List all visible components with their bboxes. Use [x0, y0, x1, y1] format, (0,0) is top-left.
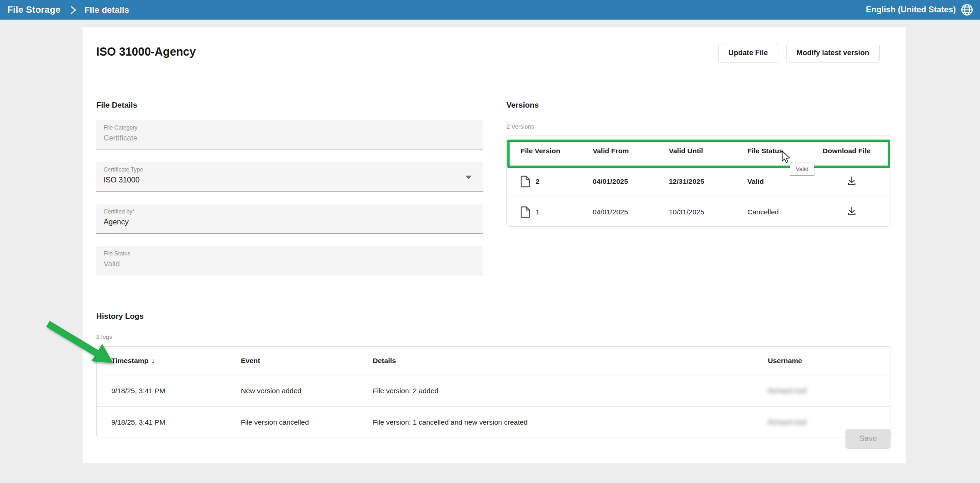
- sort-desc-icon[interactable]: ↓: [151, 357, 155, 364]
- certified-by-label: Certified by*: [104, 208, 475, 215]
- language-label: English (United States): [866, 5, 956, 15]
- modify-latest-version-button[interactable]: Modify latest version: [786, 43, 880, 63]
- file-details-heading: File Details: [96, 101, 137, 110]
- col-download-file: Download File: [823, 147, 891, 155]
- file-status-value: Valid: [104, 260, 475, 268]
- history-logs-heading: History Logs: [96, 312, 144, 321]
- file-status-value: Valid: [747, 177, 823, 186]
- col-file-status: File Status: [747, 147, 823, 155]
- certificate-type-select[interactable]: Certificate Type ISO 31000: [96, 162, 483, 192]
- file-icon: [521, 206, 530, 218]
- breadcrumb-file-details: File details: [84, 5, 129, 15]
- log-details: File version: 1 cancelled and new versio…: [373, 418, 768, 426]
- file-status-value: Cancelled: [747, 208, 823, 216]
- versions-table: File Version Valid From Valid Until File…: [506, 135, 891, 227]
- certificate-type-value: ISO 31000: [104, 176, 475, 184]
- version-row-2[interactable]: 2 04/01/2025 12/31/2025 Valid: [507, 166, 891, 197]
- file-status-label: File Status: [104, 250, 475, 257]
- file-icon: [521, 176, 530, 187]
- col-timestamp[interactable]: Timestamp↓: [111, 357, 241, 365]
- col-details: Details: [373, 357, 768, 365]
- download-file-button[interactable]: [844, 204, 859, 220]
- col-username: Username: [768, 357, 891, 365]
- certified-by-value: Agency: [104, 218, 475, 226]
- versions-heading: Versions: [506, 101, 539, 110]
- globe-icon[interactable]: [960, 3, 974, 16]
- breadcrumb-file-storage[interactable]: File Storage: [7, 5, 61, 15]
- certified-by-input[interactable]: Certified by* Agency: [96, 204, 483, 234]
- save-button[interactable]: Save: [845, 429, 891, 449]
- file-category-value: Certificate: [104, 134, 475, 142]
- log-event: New version added: [241, 387, 373, 395]
- valid-until-value: 10/31/2025: [669, 208, 747, 216]
- breadcrumb-chevron-icon: [71, 6, 76, 14]
- file-details-card: ISO 31000-Agency Update File Modify late…: [83, 27, 906, 463]
- certificate-type-label: Certificate Type: [104, 166, 475, 173]
- valid-from-value: 04/01/2025: [593, 177, 669, 186]
- col-event: Event: [241, 357, 373, 365]
- language-selector[interactable]: English (United States): [866, 0, 974, 20]
- file-status-field: File Status Valid: [96, 246, 483, 276]
- history-logs-count: 2 logs: [96, 333, 112, 340]
- version-number: 1: [536, 208, 540, 216]
- version-row-1[interactable]: 1 04/01/2025 10/31/2025 Cancelled: [507, 197, 891, 227]
- log-timestamp: 9/18/25, 3:41 PM: [111, 387, 241, 395]
- log-details: File version: 2 added: [373, 387, 768, 395]
- valid-until-value: 12/31/2025: [669, 177, 747, 186]
- page-title: ISO 31000-Agency: [96, 45, 196, 58]
- log-username-redacted: Richard Hull: [768, 418, 891, 426]
- col-valid-until: Valid Until: [669, 147, 747, 155]
- log-timestamp: 9/18/25, 3:41 PM: [111, 418, 241, 426]
- version-number: 2: [536, 177, 540, 186]
- log-event: File version cancelled: [241, 418, 373, 426]
- file-details-page: File Storage File details English (Unite…: [0, 0, 980, 483]
- top-navigation-bar: File Storage File details English (Unite…: [0, 0, 980, 20]
- versions-count: 2 Versions: [506, 123, 534, 130]
- download-file-button[interactable]: [844, 174, 859, 190]
- versions-table-header: File Version Valid From Valid Until File…: [507, 135, 891, 166]
- col-valid-from: Valid From: [593, 147, 669, 155]
- dropdown-arrow-icon[interactable]: [465, 176, 472, 179]
- file-details-form: File Category Certificate Certificate Ty…: [96, 120, 483, 288]
- history-table-header: Timestamp↓ Event Details Username: [97, 347, 891, 375]
- log-username-redacted: Richard Hull: [768, 387, 891, 395]
- file-category-label: File Category: [104, 125, 475, 131]
- valid-from-value: 04/01/2025: [593, 208, 669, 216]
- status-tooltip: Valid: [790, 162, 814, 176]
- history-logs-table: Timestamp↓ Event Details Username 9/18/2…: [96, 346, 891, 437]
- file-category-field: File Category Certificate: [96, 120, 483, 150]
- history-log-row: 9/18/25, 3:41 PM File version cancelled …: [97, 406, 891, 437]
- history-log-row: 9/18/25, 3:41 PM New version added File …: [97, 375, 891, 406]
- update-file-button[interactable]: Update File: [718, 43, 778, 63]
- col-file-version: File Version: [521, 147, 593, 155]
